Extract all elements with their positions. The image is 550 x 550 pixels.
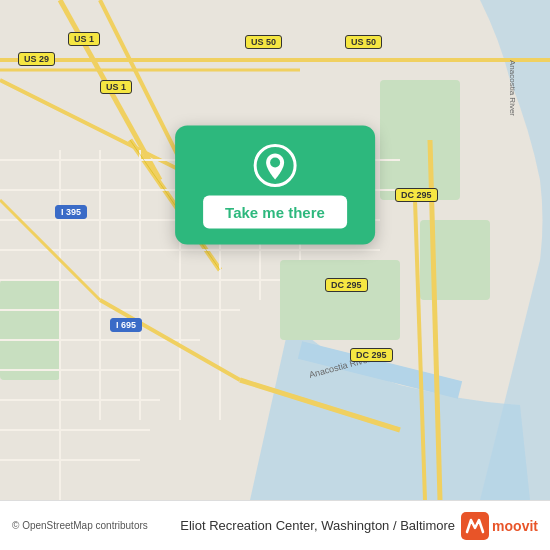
shield-us50-right: US 50 <box>345 35 382 49</box>
take-me-there-button[interactable]: Take me there <box>203 196 347 229</box>
moovit-icon <box>461 512 489 540</box>
shield-i695: I 695 <box>110 318 142 332</box>
location-section: Eliot Recreation Center, Washington / Ba… <box>180 512 538 540</box>
shield-dc295-mid: DC 295 <box>325 278 368 292</box>
bottom-bar: © OpenStreetMap contributors Eliot Recre… <box>0 500 550 550</box>
shield-i395: I 395 <box>55 205 87 219</box>
svg-rect-1 <box>280 260 400 340</box>
map-container: Anacostia River Anacostia River US 29 US… <box>0 0 550 500</box>
moovit-text: moovit <box>492 518 538 534</box>
location-pin-icon <box>253 144 297 188</box>
popup-card: Take me there <box>175 126 375 245</box>
svg-rect-3 <box>380 80 460 200</box>
copyright-text: © OpenStreetMap contributors <box>12 520 148 531</box>
shield-dc295-right: DC 295 <box>395 188 438 202</box>
shield-dc295-bot: DC 295 <box>350 348 393 362</box>
svg-point-38 <box>270 158 280 168</box>
location-label: Eliot Recreation Center, Washington / Ba… <box>180 518 455 533</box>
shield-us1-top: US 1 <box>68 32 100 46</box>
shield-us50-left: US 50 <box>245 35 282 49</box>
moovit-logo: moovit <box>461 512 538 540</box>
svg-rect-2 <box>0 280 60 380</box>
copyright-section: © OpenStreetMap contributors <box>12 520 148 531</box>
svg-text:Anacostia River: Anacostia River <box>508 60 517 116</box>
shield-us1-mid: US 1 <box>100 80 132 94</box>
shield-us29: US 29 <box>18 52 55 66</box>
